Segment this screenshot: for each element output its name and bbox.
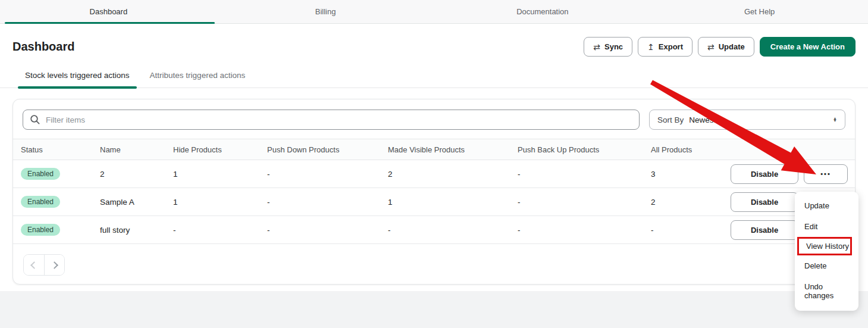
disable-button[interactable]: Disable	[731, 164, 798, 184]
actions-table: Status Name Hide Products Push Down Prod…	[13, 139, 855, 244]
col-made-visible-products: Made Visible Products	[380, 145, 510, 154]
status-badge: Enabled	[21, 224, 60, 236]
update-button[interactable]: ⇄ Update	[698, 37, 754, 57]
sync-button-label: Sync	[604, 42, 623, 51]
row-all: -	[643, 226, 713, 235]
row-made-visible: 1	[380, 198, 510, 207]
row-name: Sample A	[92, 198, 165, 207]
tab-attributes-triggered-actions[interactable]: Attributes triggered actions	[143, 65, 253, 88]
row-push-down: -	[259, 198, 380, 207]
table-row: Enabled Sample A 1 - 1 - 2 Disable •••	[13, 188, 855, 216]
page-title: Dashboard	[12, 40, 74, 54]
row-name: 2	[92, 170, 165, 179]
topnav-tab-get-help[interactable]: Get Help	[651, 0, 868, 23]
table-row: Enabled 2 1 - 2 - 3 Disable •••	[13, 160, 855, 188]
update-button-label: Update	[719, 42, 745, 51]
disable-button[interactable]: Disable	[731, 192, 798, 212]
sort-updown-icon: ▲ ▼	[833, 117, 837, 123]
filter-row: Sort By Newest ▲ ▼	[13, 99, 855, 130]
menu-item-edit[interactable]: Edit	[795, 216, 858, 237]
col-all-products: All Products	[643, 145, 713, 154]
row-name: full story	[92, 226, 165, 235]
more-actions-button[interactable]: •••	[804, 164, 848, 184]
subtabs: Stock levels triggered actions Attribute…	[0, 65, 868, 88]
app-page: Dashboard Billing Documentation Get Help…	[0, 0, 868, 328]
col-status: Status	[13, 145, 92, 154]
search-icon	[30, 114, 40, 125]
topnav-tab-billing[interactable]: Billing	[217, 0, 434, 23]
col-push-down-products: Push Down Products	[259, 145, 380, 154]
sort-by-label: Sort By	[657, 115, 684, 124]
row-hide: 1	[165, 170, 259, 179]
col-hide-products: Hide Products	[165, 145, 259, 154]
menu-item-delete[interactable]: Delete	[795, 255, 858, 276]
row-hide: 1	[165, 198, 259, 207]
row-hide: -	[165, 226, 259, 235]
sort-by-select[interactable]: Sort By Newest ▲ ▼	[649, 110, 845, 130]
export-button-label: Export	[659, 42, 683, 51]
chevron-right-icon	[51, 261, 58, 269]
row-all: 3	[643, 170, 713, 179]
create-new-action-button[interactable]: Create a New Action	[760, 37, 856, 57]
topnav-tab-documentation[interactable]: Documentation	[434, 0, 651, 23]
row-made-visible: 2	[380, 170, 510, 179]
menu-item-undo-changes[interactable]: Undo changes	[795, 276, 858, 306]
row-push-down: -	[259, 226, 380, 235]
chevron-left-icon	[30, 261, 38, 269]
table-row: Enabled full story - - - - - Disable •••	[13, 216, 855, 244]
next-page-button[interactable]	[44, 255, 64, 275]
filter-items-input[interactable]	[23, 110, 640, 130]
page-header: Dashboard ⇄ Sync ↥ Export ⇄ Update Creat…	[0, 24, 868, 65]
export-icon: ↥	[647, 43, 654, 51]
prev-page-button[interactable]	[24, 255, 44, 275]
top-navigation: Dashboard Billing Documentation Get Help	[0, 0, 868, 24]
col-push-back-up-products: Push Back Up Products	[510, 145, 643, 154]
row-push-back: -	[510, 170, 643, 179]
row-push-back: -	[510, 226, 643, 235]
row-push-down: -	[259, 170, 380, 179]
tab-stock-levels-triggered-actions[interactable]: Stock levels triggered actions	[18, 65, 137, 88]
page-background-strip	[0, 291, 868, 328]
disable-button[interactable]: Disable	[731, 220, 798, 240]
col-name: Name	[92, 145, 165, 154]
create-new-action-label: Create a New Action	[770, 42, 845, 51]
search-wrap	[23, 110, 640, 130]
pagination	[23, 254, 65, 276]
row-actions-menu: Update Edit View History Delete Undo cha…	[795, 192, 858, 311]
row-made-visible: -	[380, 226, 510, 235]
row-push-back: -	[510, 198, 643, 207]
status-badge: Enabled	[21, 168, 60, 180]
table-header-row: Status Name Hide Products Push Down Prod…	[13, 139, 855, 160]
sync-button[interactable]: ⇄ Sync	[584, 37, 632, 57]
status-badge: Enabled	[21, 196, 60, 208]
export-button[interactable]: ↥ Export	[638, 37, 692, 57]
header-actions: ⇄ Sync ↥ Export ⇄ Update Create a New Ac…	[584, 37, 856, 57]
menu-item-view-history[interactable]: View History	[797, 237, 852, 255]
sync-icon: ⇄	[593, 43, 600, 51]
topnav-tab-dashboard[interactable]: Dashboard	[0, 0, 217, 23]
actions-card: Sort By Newest ▲ ▼ Status Name Hide Prod…	[12, 99, 856, 285]
update-icon: ⇄	[707, 43, 715, 51]
menu-item-update[interactable]: Update	[795, 195, 858, 216]
sort-by-value: Newest	[689, 115, 716, 124]
row-all: 2	[643, 198, 713, 207]
